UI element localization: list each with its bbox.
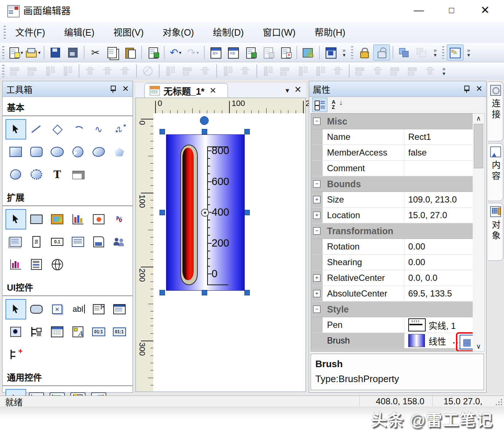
tool-textbox[interactable]: abl [67,299,88,319]
selection-handle[interactable] [160,129,165,134]
selection-handle[interactable] [160,290,165,295]
selection-handle[interactable] [160,210,165,215]
resize-grip[interactable] [495,398,503,406]
selection-handle[interactable] [244,129,250,134]
toolbar-grip[interactable] [2,65,4,77]
collapse-icon[interactable]: − [313,118,320,125]
expand-icon[interactable]: + [313,274,320,282]
group-button[interactable] [396,44,413,60]
property-group-misc[interactable]: −Misc [311,114,473,129]
side-tab-content[interactable]: 内容 [488,143,503,201]
tool-select-ext[interactable] [5,209,26,229]
tool-indicator[interactable] [88,209,109,229]
selection-handle[interactable] [202,290,207,295]
menu-help[interactable]: 帮助(H) [305,22,355,43]
menu-window[interactable]: 窗口(W) [253,22,305,43]
tool-listbox[interactable] [109,299,130,319]
tool-horizontal-ruler[interactable]: 0.1 [47,232,68,252]
property-row-memberaccess[interactable]: MemberAccessfalse [311,145,473,161]
menu-file[interactable]: 文件(F) [6,22,55,43]
property-row-size[interactable]: +Size109.0, 213.0 [311,192,473,208]
menu-object[interactable]: 对象(O) [153,22,204,43]
property-group-bounds[interactable]: −Bounds [311,176,473,192]
tool-radio[interactable] [5,322,26,342]
property-group-transformation[interactable]: −Transformation [311,223,473,239]
close-panel-icon[interactable]: ✕ [122,84,129,94]
tool-display-2[interactable]: 01:1 [109,322,130,342]
tool-select[interactable] [5,119,26,140]
edit-picture-button[interactable] [300,44,316,60]
design-mode-button[interactable] [447,44,464,60]
menu-view[interactable]: 视图(V) [104,22,153,43]
pin-icon[interactable] [463,85,470,93]
tool-layered-panel[interactable] [5,232,26,252]
tool-picture[interactable] [47,209,68,229]
window-layout-button[interactable] [322,44,339,60]
property-row-shearing[interactable]: Shearing0.00 [311,255,473,270]
save-button[interactable] [47,44,64,60]
tool-combobox[interactable] [88,299,109,319]
expand-icon[interactable]: + [313,290,320,297]
tool-richtext[interactable] [67,322,88,342]
document-tab[interactable]: 无标题_1* ✕ [144,83,228,98]
tool-text[interactable]: T [47,164,68,185]
scroll-down-icon[interactable]: ∨ [473,342,484,350]
property-grid-scrollbar[interactable]: ∧ ∨ [473,113,485,352]
prev-screen-button[interactable] [207,44,224,60]
selected-rect-object[interactable]: 8006004002000 [166,134,245,291]
collapse-icon[interactable]: − [313,306,320,313]
tool-treeview[interactable] [26,322,47,342]
alphabetical-sort-button[interactable]: AZ↓ [330,98,345,112]
tool-rectangle[interactable] [5,142,26,162]
tool-curve[interactable] [88,119,109,140]
maximize-button[interactable]: □ [439,0,464,21]
property-row-location[interactable]: +Location15.0, 27.0 [311,208,473,223]
expand-icon[interactable]: + [313,212,320,219]
toolbar-grip[interactable] [2,46,4,59]
tool-report[interactable] [26,254,47,275]
side-tab-connection[interactable]: 连接 [488,82,503,141]
tool-bezier[interactable] [109,119,130,140]
tool-blob[interactable] [5,164,26,185]
tool-ellipse[interactable] [47,142,68,162]
export-excel-button[interactable]: ✕ [277,44,294,60]
tab-bar-close-icon[interactable]: ✕ [294,85,302,95]
toolbar-grip[interactable] [351,46,353,59]
tool-document-panel[interactable] [88,232,109,252]
property-row-brush[interactable]: Brush线性...▦ [311,333,473,349]
lock-button[interactable] [356,44,373,60]
toolbar-grip[interactable] [442,46,444,59]
close-panel-icon[interactable]: ✕ [476,84,483,94]
tool-select-ui[interactable] [5,299,26,319]
scroll-thumb[interactable] [474,124,483,168]
collapse-icon[interactable]: − [313,180,320,188]
tool-graph[interactable] [109,209,130,229]
tool-data-list[interactable] [67,232,88,252]
toolbar-overflow-button[interactable]: »▾ [439,63,449,79]
tool-treeview-add[interactable] [5,344,26,365]
tool-web[interactable] [47,254,68,275]
canvas-page[interactable]: 8006004002000 [153,113,306,392]
new-button[interactable]: ▾ [7,44,24,60]
tool-diamond[interactable] [47,119,68,140]
selection-handle[interactable] [244,290,250,295]
minimize-button[interactable]: — [406,0,432,21]
pin-icon[interactable] [109,85,117,93]
menu-edit[interactable]: 编辑(E) [55,22,104,43]
open-button[interactable]: ▾ [24,44,41,60]
tool-pie[interactable] [67,142,88,162]
tool-line[interactable] [26,119,47,140]
toolbar-overflow-button[interactable]: »▾ [339,44,349,60]
tool-chord[interactable] [88,142,109,162]
cut-button[interactable]: ✂ [87,44,104,60]
tool-vertical-ruler[interactable]: 01 [26,232,47,252]
tool-people[interactable] [109,232,130,252]
tool-display-1[interactable]: 01:1 [88,322,109,342]
property-group-style[interactable]: −Style [311,302,473,317]
paste-button[interactable] [122,44,139,60]
tool-arc[interactable] [67,119,88,140]
close-button[interactable]: ✕ [472,0,498,21]
property-row-name[interactable]: NameRect1 [311,129,473,145]
collapse-icon[interactable]: − [313,227,320,235]
selection-handle[interactable] [202,129,207,134]
